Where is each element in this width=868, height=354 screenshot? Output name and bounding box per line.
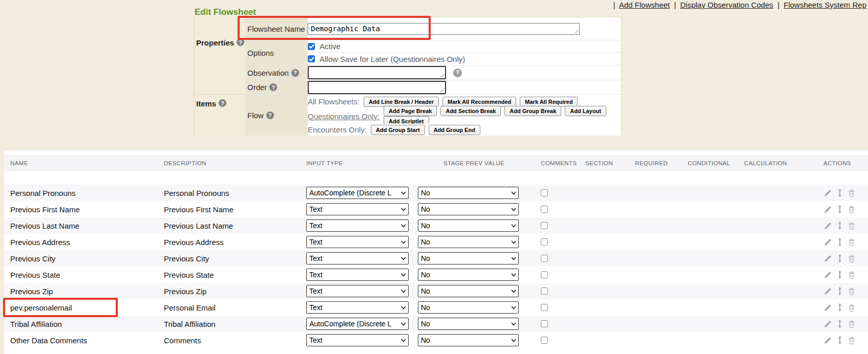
- comments-checkbox[interactable]: [541, 189, 548, 196]
- move-vertical-icon[interactable]: [837, 286, 843, 296]
- row-actions-cell: [814, 336, 868, 345]
- flow-button[interactable]: Add Group Break: [504, 106, 561, 116]
- observation-input[interactable]: [308, 66, 446, 79]
- move-vertical-icon[interactable]: [837, 188, 843, 197]
- trash-icon[interactable]: [848, 254, 856, 263]
- trash-icon[interactable]: [848, 303, 856, 312]
- row-input-type-cell: Text: [300, 219, 412, 232]
- stage-prev-select-value: No: [421, 336, 430, 344]
- edit-pencil-icon[interactable]: [823, 320, 832, 328]
- flow-button[interactable]: Mark All Recommended: [442, 97, 516, 107]
- row-comments-cell: [534, 337, 579, 344]
- help-icon[interactable]: ?: [219, 99, 226, 107]
- stage-prev-select[interactable]: No: [418, 269, 519, 281]
- link-flowsheets-system-reports[interactable]: Flowsheets System Rep: [784, 1, 866, 9]
- comments-checkbox[interactable]: [541, 304, 548, 311]
- trash-icon[interactable]: [848, 336, 856, 345]
- edit-pencil-icon[interactable]: [823, 336, 832, 345]
- input-type-select-value: Text: [309, 287, 323, 295]
- edit-pencil-icon[interactable]: [823, 205, 832, 214]
- chevron-down-icon: [511, 224, 516, 228]
- move-vertical-icon[interactable]: [837, 270, 843, 279]
- stage-prev-select[interactable]: No: [418, 334, 519, 346]
- resize-grip-icon[interactable]: [440, 88, 444, 93]
- comments-checkbox[interactable]: [541, 337, 548, 344]
- input-type-select[interactable]: Text: [306, 285, 409, 297]
- flowsheet-name-input[interactable]: Demographic Data: [308, 23, 580, 35]
- comments-checkbox[interactable]: [541, 206, 548, 213]
- move-vertical-icon[interactable]: [837, 336, 843, 345]
- stage-prev-select[interactable]: No: [418, 285, 519, 297]
- edit-pencil-icon[interactable]: [823, 222, 832, 230]
- input-type-select[interactable]: AutoComplete (Discrete L: [306, 187, 409, 199]
- help-icon[interactable]: ?: [453, 69, 462, 77]
- stage-prev-select[interactable]: No: [418, 187, 519, 199]
- stage-prev-select[interactable]: No: [418, 301, 519, 314]
- row-description: Previous Zip: [164, 287, 206, 296]
- stage-prev-select[interactable]: No: [418, 318, 519, 330]
- trash-icon[interactable]: [848, 189, 856, 197]
- input-type-select[interactable]: Text: [306, 252, 409, 264]
- input-type-select[interactable]: Text: [306, 334, 409, 346]
- link-display-observation-codes[interactable]: Display Observation Codes: [680, 1, 773, 9]
- trash-icon[interactable]: [848, 271, 856, 279]
- trash-icon[interactable]: [848, 320, 856, 328]
- stage-prev-select[interactable]: No: [418, 219, 519, 232]
- flow-button[interactable]: Add Group End: [429, 125, 480, 135]
- order-input[interactable]: [308, 81, 446, 94]
- trash-icon[interactable]: [848, 205, 856, 214]
- move-vertical-icon[interactable]: [837, 319, 843, 328]
- stage-prev-select[interactable]: No: [418, 203, 519, 215]
- move-vertical-icon[interactable]: [837, 205, 843, 214]
- flow-button[interactable]: Add Line Break / Header: [364, 97, 439, 107]
- row-comments-cell: [534, 206, 579, 213]
- edit-pencil-icon[interactable]: [823, 189, 832, 197]
- stage-prev-select[interactable]: No: [418, 236, 519, 248]
- input-type-select[interactable]: Text: [306, 301, 409, 314]
- edit-pencil-icon[interactable]: [823, 254, 832, 263]
- row-description: Previous Address: [164, 238, 224, 247]
- flow-button[interactable]: Add Layout: [565, 106, 606, 116]
- flow-button[interactable]: Add Group Start: [371, 125, 425, 135]
- table-row: Previous Address Previous Address Text N…: [4, 234, 868, 250]
- active-checkbox[interactable]: [308, 43, 315, 50]
- input-type-select[interactable]: Text: [306, 269, 409, 281]
- row-name-cell: Previous First Name: [4, 205, 149, 214]
- comments-checkbox[interactable]: [541, 287, 548, 295]
- move-vertical-icon[interactable]: [837, 221, 843, 230]
- chevron-down-icon: [511, 240, 516, 244]
- input-type-select[interactable]: AutoComplete (Discrete L: [306, 318, 409, 330]
- comments-checkbox[interactable]: [541, 222, 548, 229]
- move-vertical-icon[interactable]: [837, 254, 843, 263]
- allow-save-checkbox[interactable]: [308, 55, 315, 62]
- edit-pencil-icon[interactable]: [823, 303, 832, 312]
- comments-checkbox[interactable]: [541, 238, 548, 246]
- move-vertical-icon[interactable]: [837, 237, 843, 247]
- help-icon[interactable]: ?: [291, 69, 299, 77]
- stage-prev-select[interactable]: No: [418, 252, 519, 264]
- resize-grip-icon[interactable]: [440, 73, 444, 78]
- move-vertical-icon[interactable]: [837, 303, 843, 312]
- trash-icon[interactable]: [848, 222, 856, 230]
- input-type-select[interactable]: Text: [306, 236, 409, 248]
- input-type-select[interactable]: Text: [306, 203, 409, 215]
- help-icon[interactable]: ?: [266, 112, 274, 119]
- comments-checkbox[interactable]: [541, 320, 548, 327]
- edit-pencil-icon[interactable]: [823, 271, 832, 279]
- edit-flowsheet-form: Edit Flowsheet Properties ? Items ? Flow…: [194, 17, 622, 136]
- help-icon[interactable]: ?: [237, 38, 244, 46]
- edit-pencil-icon[interactable]: [823, 287, 832, 296]
- chevron-down-icon: [511, 339, 516, 342]
- flow-button[interactable]: Mark All Required: [520, 97, 578, 107]
- help-icon[interactable]: ?: [269, 83, 277, 91]
- edit-pencil-icon[interactable]: [823, 238, 832, 247]
- flow-button[interactable]: Add Page Break: [384, 106, 437, 116]
- trash-icon[interactable]: [848, 287, 856, 296]
- input-type-select[interactable]: Text: [306, 219, 409, 232]
- resize-grip-icon[interactable]: [574, 29, 579, 34]
- trash-icon[interactable]: [848, 238, 856, 247]
- comments-checkbox[interactable]: [541, 255, 548, 262]
- link-add-flowsheet[interactable]: Add Flowsheet: [619, 1, 670, 9]
- comments-checkbox[interactable]: [541, 271, 548, 278]
- flow-button[interactable]: Add Section Break: [440, 106, 501, 116]
